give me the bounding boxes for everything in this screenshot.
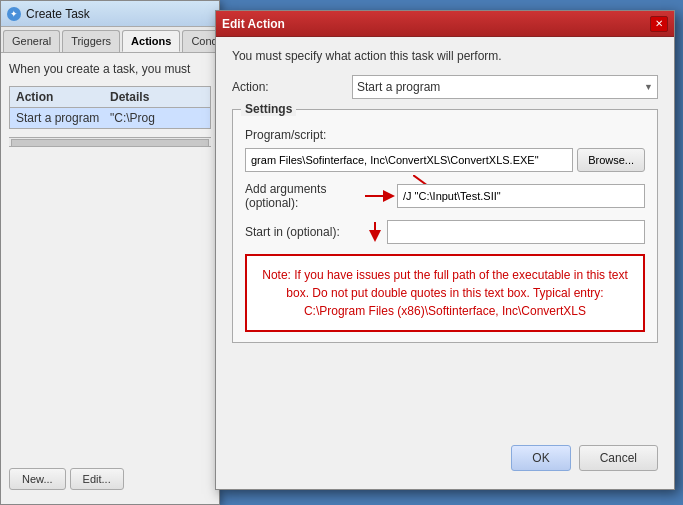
args-row: Add arguments (optional): xyxy=(245,182,645,210)
action-label: Action: xyxy=(232,80,352,94)
add-arguments-label: Add arguments (optional): xyxy=(245,182,365,210)
browse-button[interactable]: Browse... xyxy=(577,148,645,172)
action-select-value: Start a program xyxy=(357,80,440,94)
col-action: Action xyxy=(16,90,110,104)
cancel-button[interactable]: Cancel xyxy=(579,445,658,471)
add-arguments-input[interactable] xyxy=(397,184,645,208)
dialog-buttons: OK Cancel xyxy=(495,437,674,479)
program-script-row: Browse... xyxy=(245,148,645,172)
new-button[interactable]: New... xyxy=(9,468,66,490)
table-row[interactable]: Start a program "C:\Prog xyxy=(10,108,210,128)
edit-action-titlebar: Edit Action ✕ xyxy=(216,11,674,37)
create-task-window: ✦ Create Task General Triggers Actions C… xyxy=(0,0,220,505)
create-task-tabs: General Triggers Actions Cond xyxy=(1,27,219,53)
program-script-label: Program/script: xyxy=(245,128,645,142)
create-task-bottom-buttons: New... Edit... xyxy=(1,464,132,494)
tab-actions[interactable]: Actions xyxy=(122,30,180,52)
program-script-input[interactable] xyxy=(245,148,573,172)
edit-action-description: You must specify what action this task w… xyxy=(232,49,658,63)
ok-button[interactable]: OK xyxy=(511,445,570,471)
note-box: Note: If you have issues put the full pa… xyxy=(245,254,645,332)
scrollbar-track[interactable] xyxy=(11,139,209,147)
tab-general[interactable]: General xyxy=(3,30,60,52)
action-table: Action Details Start a program "C:\Prog xyxy=(9,86,211,129)
edit-action-body: You must specify what action this task w… xyxy=(216,37,674,365)
edit-action-window: Edit Action ✕ You must specify what acti… xyxy=(215,10,675,490)
create-task-description: When you create a task, you must xyxy=(9,61,211,78)
note-text: Note: If you have issues put the full pa… xyxy=(262,268,628,318)
start-in-label: Start in (optional): xyxy=(245,225,365,239)
settings-label: Settings xyxy=(241,102,296,116)
settings-group: Settings Program/script: Browse... Add xyxy=(232,109,658,343)
arrow-to-args-icon xyxy=(365,186,395,206)
row-details: "C:\Prog xyxy=(110,111,204,125)
action-select[interactable]: Start a program ▼ xyxy=(352,75,658,99)
tab-triggers[interactable]: Triggers xyxy=(62,30,120,52)
edit-button[interactable]: Edit... xyxy=(70,468,124,490)
action-table-header: Action Details xyxy=(10,87,210,108)
start-in-row: Start in (optional): xyxy=(245,220,645,244)
create-task-titlebar: ✦ Create Task xyxy=(1,1,219,27)
action-row: Action: Start a program ▼ xyxy=(232,75,658,99)
edit-action-title: Edit Action xyxy=(222,17,650,31)
row-action: Start a program xyxy=(16,111,110,125)
dropdown-arrow-icon: ▼ xyxy=(644,82,653,92)
create-task-content: When you create a task, you must Action … xyxy=(1,53,219,161)
scrollbar-area[interactable] xyxy=(9,137,211,147)
col-details: Details xyxy=(110,90,204,104)
create-task-icon: ✦ xyxy=(7,7,21,21)
start-in-input[interactable] xyxy=(387,220,645,244)
create-task-title: Create Task xyxy=(26,7,213,21)
arrow-to-startin-icon xyxy=(365,222,385,242)
close-button[interactable]: ✕ xyxy=(650,16,668,32)
